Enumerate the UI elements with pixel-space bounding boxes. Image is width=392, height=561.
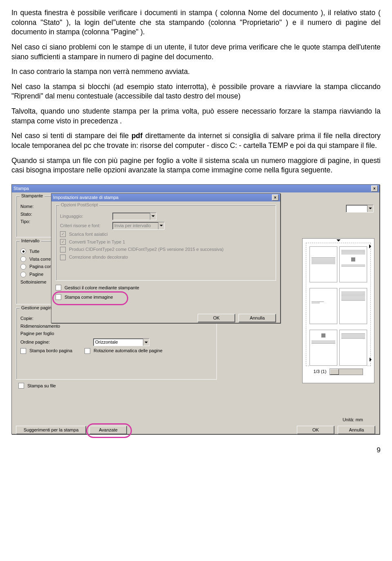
combo-value: Orizzontale	[95, 339, 118, 345]
radio-tutte[interactable]	[20, 248, 26, 254]
label-rotauto: Rotazione automatica delle pagine	[94, 348, 163, 354]
chevron-down-icon	[150, 213, 156, 220]
combo-linguaggio	[112, 212, 156, 220]
preview-page	[339, 246, 367, 282]
label-linguaggio: Linguaggio:	[60, 213, 109, 219]
combo-stub[interactable]	[346, 205, 374, 212]
btn-ok[interactable]: OK	[297, 426, 334, 434]
group-postscript: Opzioni PostScript Linguaggio: Criteri r…	[56, 205, 276, 281]
stampa-titlebar: Stampa ×	[12, 185, 379, 192]
radio-pagine[interactable]	[20, 272, 26, 277]
preview-page	[339, 288, 367, 324]
label-ordine: Ordine pagine:	[20, 339, 90, 345]
label-scarica: Scarica font asiatici	[69, 231, 108, 237]
chevron-down-icon	[367, 205, 373, 212]
advanced-titlebar: Impostazioni avanzate di stampa ×	[51, 194, 280, 201]
advanced-dialog: Impostazioni avanzate di stampa × Opzion…	[51, 193, 281, 323]
page-number: 9	[11, 446, 381, 455]
combo-criteri: Invia per intervallo	[112, 222, 165, 230]
label-stampaimg: Stampa come immagine	[65, 294, 113, 300]
paragraph: In questa finestra è possibile verificar…	[11, 8, 381, 37]
screenshot-dialogs: Stampa × Stampante Nome: Stato: Tipo: In…	[11, 184, 381, 434]
checkbox-stampaimg[interactable]	[56, 294, 61, 300]
label-pagine: Pagine	[29, 271, 43, 277]
arrow-icon	[370, 358, 374, 362]
btn-avanzate[interactable]: Avanzate	[89, 426, 127, 434]
combo-ordine[interactable]: Orizzontale	[93, 338, 149, 346]
text-bold: pdf	[131, 132, 143, 140]
text: Nel caso si tenti di stampare dei file	[11, 132, 131, 140]
label-tipo: Tipo:	[20, 219, 30, 225]
label-unita: Unità: mm	[343, 417, 363, 423]
group-legend: Opzioni PostScript	[59, 202, 99, 208]
chevron-down-icon	[158, 222, 164, 229]
label-stato: Stato:	[20, 211, 32, 217]
group-legend: Stampante	[20, 193, 45, 199]
checkbox-rotauto[interactable]	[85, 348, 90, 354]
label-tutte: Tutte	[29, 248, 40, 255]
label-gestcolor: Gestisci il colore mediante stampante	[65, 285, 139, 291]
label-nome: Nome:	[20, 203, 33, 210]
label-sfondo: Correzione sfondo decolorato	[69, 254, 128, 260]
chevron-down-icon	[143, 339, 149, 346]
label-cid: Produci CIDFontType2 come CIDFontType2 (…	[69, 246, 223, 253]
checkbox-stampafile[interactable]	[18, 383, 24, 389]
checkbox-gestcolor[interactable]	[56, 285, 61, 291]
checkbox-truetype	[60, 239, 66, 245]
checkbox-cid	[60, 247, 66, 253]
label-bordo: Stampa bordo pagina	[29, 348, 72, 354]
btn-suggerimenti[interactable]: Suggerimenti per la stampa	[16, 426, 86, 434]
pager: 1/3 (1)	[307, 369, 370, 375]
close-icon[interactable]: ×	[272, 194, 278, 201]
paragraph: In caso contrario la stampa non verrà ne…	[11, 67, 381, 77]
preview-page	[339, 330, 367, 366]
advanced-title: Impostazioni avanzate di stampa	[53, 194, 118, 201]
btn-annulla[interactable]: Annulla	[338, 426, 375, 434]
paragraph: Nel caso la stampa si blocchi (ad esempi…	[11, 82, 381, 101]
scrollbar[interactable]	[330, 369, 363, 375]
checkbox-sfondo	[60, 255, 66, 260]
print-preview: 1/3 (1)	[302, 238, 374, 383]
group-legend: Intervallo	[20, 238, 41, 244]
radio-pagina[interactable]	[20, 264, 26, 270]
preview-page	[310, 288, 337, 324]
paragraph: Nel caso si tenti di stampare dei file p…	[11, 131, 381, 150]
preview-page	[310, 330, 337, 366]
btn-ok-adv[interactable]: OK	[198, 314, 235, 322]
label-stampafile: Stampa su file	[27, 383, 56, 389]
checkbox-scarica	[60, 231, 66, 237]
btn-annulla-adv[interactable]: Annulla	[238, 314, 276, 322]
label-sottoins: Sottoinsieme	[20, 279, 47, 285]
preview-page	[310, 246, 337, 282]
label-pagineper: Pagine per foglio	[20, 331, 90, 337]
paragraph: Talvolta, quando uno studente stampa per…	[11, 107, 381, 126]
paragraph: Nel caso ci siano problemi con le stampe…	[11, 42, 381, 62]
stampa-dialog: Stampa × Stampante Nome: Stato: Tipo: In…	[11, 184, 380, 434]
close-icon[interactable]: ×	[371, 186, 378, 192]
group-legend: Gestione pagina	[20, 305, 56, 311]
pager-text: 1/3 (1)	[314, 369, 327, 375]
radio-vista[interactable]	[20, 256, 26, 262]
label-truetype: Converti TrueType in Type 1	[69, 239, 125, 245]
combo-value: Invia per intervallo	[114, 223, 151, 229]
checkbox-bordo[interactable]	[20, 348, 26, 354]
paragraph: Quando si stampa un file con più pagine …	[11, 156, 381, 175]
label-criteri: Criteri risorse e font:	[60, 223, 109, 229]
stampa-title: Stampa	[13, 186, 29, 192]
